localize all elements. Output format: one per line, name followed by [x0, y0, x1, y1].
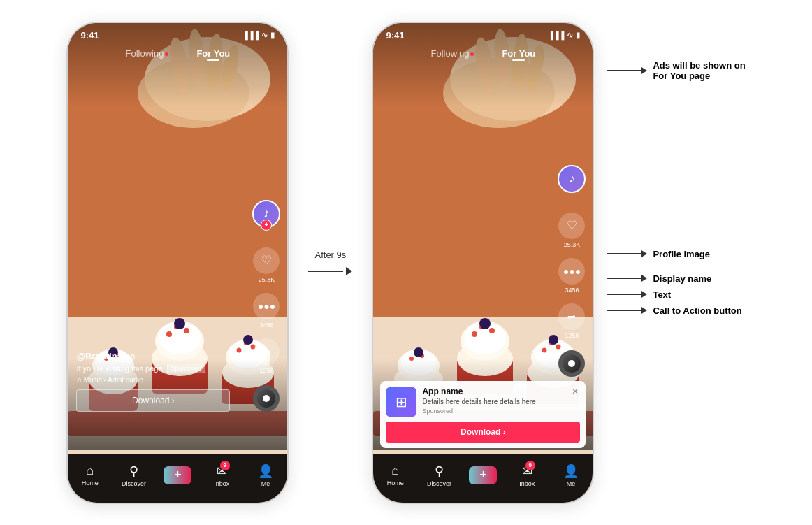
share-action-2[interactable]: ⇌ 1256: [558, 303, 585, 339]
phone-before: 9:41 ▐▐▐ ∿ ▮ Following For You ♪: [66, 22, 289, 504]
create-plus-icon-2: +: [469, 466, 497, 484]
ad-app-name: App name: [422, 387, 570, 396]
tab-foryou[interactable]: For You: [196, 48, 230, 59]
after-arrow: After 9s: [308, 250, 352, 275]
ann-arrow-5: [607, 307, 647, 314]
comment-count: 3456: [259, 322, 273, 329]
side-actions-2: ♪ ♡ 25.3K ●●● 3456 ⇌ 1256: [558, 165, 586, 377]
ad-download-button[interactable]: Download ›: [386, 422, 580, 443]
signal-icon-2: ▐▐▐: [548, 31, 564, 39]
brand-name: @Brandname: [76, 351, 230, 361]
nav-inbox-2[interactable]: ✉ 9 Inbox: [509, 463, 544, 487]
nav-home-2[interactable]: ⌂ Home: [378, 463, 413, 487]
ann-arrow-2: [607, 250, 647, 257]
comment-icon: ●●●: [253, 293, 280, 319]
like-action[interactable]: ♡ 25.3K: [253, 247, 280, 283]
like-icon-2: ♡: [558, 213, 585, 239]
share-action[interactable]: ⇌ 1256: [253, 338, 280, 374]
status-time-2: 9:41: [386, 30, 404, 41]
me-icon: 👤: [258, 463, 273, 479]
nav-create-2[interactable]: +: [465, 466, 500, 484]
following-dot-2: [470, 52, 474, 56]
nav-discover-2[interactable]: ⚲ Discover: [422, 463, 457, 487]
right-section: 9:41 ▐▐▐ ∿ ▮ Following For You: [372, 22, 745, 504]
nav-discover[interactable]: ⚲ Discover: [117, 463, 152, 487]
battery-icon: ▮: [270, 31, 275, 40]
bottom-nav: ⌂ Home ⚲ Discover + ✉ 9 Inbox: [68, 454, 287, 503]
nav-me-2[interactable]: 👤 Me: [553, 463, 588, 487]
share-icon-2: ⇌: [558, 303, 585, 330]
ann-arrow-4: [607, 291, 647, 298]
ann-text-display: Display name: [653, 273, 711, 284]
profile-action[interactable]: ♪ +: [252, 200, 280, 229]
nav-create[interactable]: +: [160, 466, 195, 484]
ann-head-1: [641, 67, 647, 74]
signal-icon: ▐▐▐: [242, 31, 259, 39]
like-count-2: 25.3K: [564, 241, 581, 248]
svg-point-12: [166, 331, 172, 337]
comment-count-2: 3456: [565, 287, 579, 294]
download-button[interactable]: Download ›: [76, 389, 230, 412]
discover-icon: ⚲: [129, 463, 138, 479]
annotation-ads: Ads will be shown on For You page: [607, 60, 745, 81]
ann-arrow-1: [607, 67, 647, 74]
like-icon: ♡: [253, 247, 280, 274]
nav-inbox[interactable]: ✉ 9 Inbox: [204, 463, 239, 487]
ad-sponsored-label: Sponsored: [422, 408, 570, 415]
nav-home[interactable]: ⌂ Home: [73, 463, 108, 487]
comment-action-2[interactable]: ●●● 3456: [558, 258, 585, 294]
wifi-icon-2: ∿: [567, 31, 573, 40]
status-time: 9:41: [80, 30, 99, 41]
inbox-badge: 9: [220, 461, 230, 470]
nav-tabs: Following For You: [68, 45, 287, 63]
svg-point-54: [542, 347, 547, 352]
sponsored-badge: Sponsored: [167, 364, 206, 373]
nav-tabs-2: Following For You: [373, 45, 593, 63]
tab-foryou-2[interactable]: For You: [502, 48, 535, 59]
svg-point-57: [549, 335, 558, 345]
comment-icon-2: ●●●: [558, 258, 585, 285]
avatar: ♪ +: [252, 200, 280, 228]
ad-icon-glyph: ⊞: [396, 394, 407, 410]
like-count: 25.3K: [259, 276, 275, 283]
ad-close-button[interactable]: ✕: [570, 387, 580, 396]
like-action-2[interactable]: ♡ 25.3K: [558, 213, 585, 248]
status-bar: 9:41 ▐▐▐ ∿ ▮: [68, 23, 287, 43]
nav-me[interactable]: 👤 Me: [248, 463, 283, 487]
music-row: ♫ Music - Artist name: [76, 376, 230, 384]
ad-app-icon: ⊞: [386, 387, 416, 417]
caption: If you're visiting this page Sponsored: [76, 364, 230, 373]
svg-point-49: [479, 318, 491, 329]
avatar-2: ♪: [558, 165, 586, 193]
annotations-panel: Ads will be shown on For You page Profil…: [607, 22, 745, 504]
tab-following[interactable]: Following: [125, 48, 168, 59]
annotation-cta: Call to Action button: [607, 305, 745, 316]
home-icon: ⌂: [86, 463, 94, 478]
disc-action[interactable]: [253, 385, 280, 412]
ann-text-text: Text: [653, 289, 671, 300]
ad-content: ⊞ App name Details here details here det…: [386, 387, 570, 417]
status-icons: ▐▐▐ ∿ ▮: [242, 31, 275, 40]
inbox-icon-2: ✉ 9: [522, 463, 532, 479]
disc-action-2[interactable]: [558, 350, 585, 377]
follow-plus: +: [261, 220, 272, 231]
ann-text-profile: Profile image: [653, 249, 710, 259]
comment-action[interactable]: ●●● 3456: [253, 293, 280, 329]
annotation-text: Text: [607, 289, 745, 300]
page-container: 9:41 ▐▐▐ ∿ ▮ Following For You ♪: [0, 0, 812, 525]
battery-icon-2: ▮: [576, 31, 580, 40]
wifi-icon: ∿: [261, 31, 268, 40]
profile-action-2[interactable]: ♪: [558, 165, 586, 194]
arrow-shaft: [308, 271, 343, 272]
phone-after: 9:41 ▐▐▐ ∿ ▮ Following For You: [372, 22, 594, 504]
ann-arrow-3: [607, 275, 647, 282]
ad-details: Details here details here details here: [422, 397, 570, 406]
for-you-underline: For You: [653, 71, 686, 81]
tab-following-2[interactable]: Following: [430, 48, 474, 59]
me-icon-2: 👤: [563, 463, 579, 479]
side-actions: ♪ + ♡ 25.3K ●●● 3456 ⇌ 1256: [252, 200, 280, 412]
annotation-display-name: Display name: [607, 273, 745, 284]
svg-point-47: [489, 328, 495, 333]
svg-point-64: [414, 347, 423, 357]
home-icon-2: ⌂: [391, 463, 399, 478]
